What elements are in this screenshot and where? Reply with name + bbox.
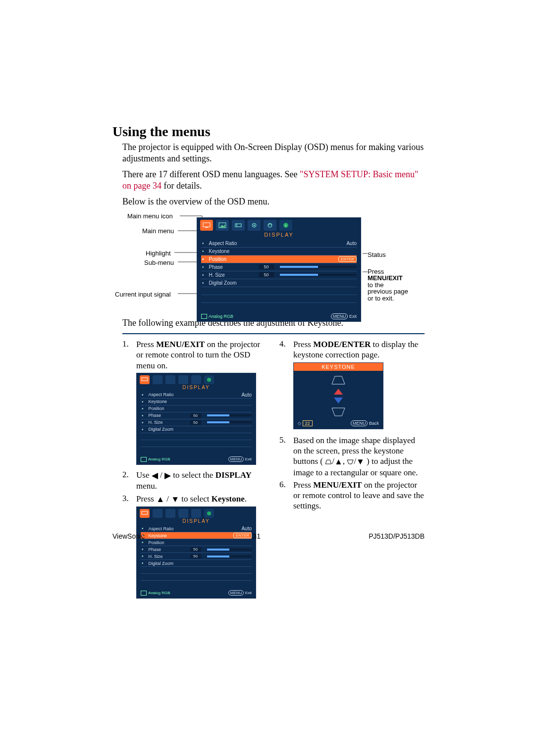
up-arrow-icon[interactable] bbox=[334, 389, 343, 395]
keystone-wide-bottom-icon bbox=[325, 459, 332, 464]
step-6: 6. Press MENU/EXIT on the projector or r… bbox=[279, 480, 425, 511]
osd-tab-setup1-icon[interactable] bbox=[178, 375, 188, 384]
keystone-correction-pane: KEYSTONE ◇ 22 MENU Back bbox=[293, 362, 383, 429]
down-arrow-icon[interactable] bbox=[334, 398, 343, 403]
paragraph-intro: The projector is equipped with On-Screen… bbox=[122, 142, 425, 164]
osd-item-label: H. Size bbox=[209, 272, 256, 278]
osd-item-label: Keystone bbox=[209, 249, 256, 254]
paragraph-overview: Below is the overview of the OSD menu. bbox=[122, 196, 425, 207]
step-number: 1. bbox=[122, 339, 131, 371]
svg-rect-8 bbox=[203, 223, 210, 227]
keystone-wide-bottom-icon bbox=[331, 375, 346, 386]
osd-tab-setup1-icon[interactable] bbox=[178, 509, 188, 518]
osd-tab-picture-icon[interactable] bbox=[153, 509, 162, 518]
osd-menu-name: DISPLAY bbox=[197, 231, 361, 240]
up-arrow-icon: ▲ bbox=[156, 494, 164, 504]
osd-menu-name: DISPLAY bbox=[137, 384, 256, 392]
osd-step1: DISPLAY Aspect RatioAuto Keystone Positi… bbox=[136, 373, 256, 465]
svg-marker-24 bbox=[334, 389, 343, 395]
text: for details. bbox=[161, 181, 202, 191]
osd-tab-source-icon[interactable] bbox=[165, 509, 175, 518]
osd-slider bbox=[280, 274, 357, 276]
svg-point-15 bbox=[254, 224, 255, 226]
osd-row-digital-zoom[interactable]: Digital Zoom bbox=[201, 279, 357, 287]
keystone-wide-top-icon bbox=[347, 459, 354, 464]
step-3: 3. Press ▲ / ▼ to select Keystone. bbox=[122, 494, 268, 505]
svg-text:i: i bbox=[285, 223, 286, 228]
heading: Using the menus bbox=[112, 124, 425, 140]
keystone-title: KEYSTONE bbox=[294, 363, 383, 371]
step-number: 4. bbox=[279, 339, 288, 360]
osd-item-label: Digital Zoom bbox=[209, 280, 256, 286]
osd-tab-picture-icon[interactable] bbox=[216, 220, 229, 231]
osd-item-label: Aspect Ratio bbox=[209, 241, 256, 246]
osd-source: Analog RGB bbox=[201, 314, 233, 319]
step-2: 2. Use ◀ / ▶ to select the DISPLAY menu. bbox=[122, 470, 268, 492]
source-icon bbox=[201, 314, 207, 319]
osd-item-value: 50 bbox=[259, 272, 274, 277]
svg-marker-23 bbox=[332, 376, 345, 384]
osd-menu-name: DISPLAY bbox=[137, 518, 256, 525]
osd-tab-source-icon[interactable] bbox=[165, 375, 175, 384]
svg-marker-26 bbox=[332, 408, 345, 416]
osd-enter-badge: ENTER bbox=[338, 256, 357, 262]
osd-row-hsize[interactable]: H. Size50 bbox=[201, 271, 357, 279]
osd-item-label: Position bbox=[209, 256, 256, 262]
osd-tab-picture-icon[interactable] bbox=[153, 375, 162, 384]
osd-tabbar: i bbox=[197, 218, 361, 231]
step-number: 2. bbox=[122, 470, 131, 492]
step-1: 1. Press MENU/EXIT on the projector or r… bbox=[122, 339, 268, 371]
step-4: 4. Press MODE/ENTER to display the keyst… bbox=[279, 339, 425, 360]
svg-marker-28 bbox=[347, 460, 353, 464]
keystone-wide-top-icon bbox=[331, 406, 346, 417]
svg-marker-11 bbox=[220, 224, 225, 227]
osd-row-phase[interactable]: Phase50 bbox=[201, 263, 357, 271]
svg-rect-12 bbox=[235, 224, 241, 227]
osd-tab-setup2-icon[interactable] bbox=[264, 220, 276, 231]
svg-rect-19 bbox=[142, 378, 148, 381]
step-number: 3. bbox=[122, 494, 131, 505]
right-arrow-icon: ▶ bbox=[164, 470, 171, 481]
osd-item-value: Auto bbox=[346, 241, 357, 246]
step-number: 6. bbox=[279, 480, 288, 511]
svg-marker-27 bbox=[325, 460, 331, 464]
osd-tab-info-icon[interactable] bbox=[204, 375, 214, 384]
svg-rect-9 bbox=[205, 227, 208, 228]
footer-page-number: 31 bbox=[253, 532, 261, 540]
page-footer: ViewSonic 31 PJ513D/PJ513DB bbox=[112, 532, 425, 540]
down-arrow-icon: ▼ bbox=[171, 494, 179, 504]
svg-point-22 bbox=[207, 511, 211, 515]
text: There are 17 different OSD menu language… bbox=[122, 169, 300, 179]
osd-tab-info-icon[interactable]: i bbox=[279, 220, 292, 231]
svg-rect-21 bbox=[142, 511, 148, 514]
osd-item-value: 50 bbox=[259, 264, 274, 269]
left-arrow-icon: ◀ bbox=[152, 470, 158, 481]
osd-step3: DISPLAY Aspect RatioAuto KeystoneENTER P… bbox=[136, 506, 256, 599]
step-number: 5. bbox=[279, 435, 288, 478]
osd-tab-setup2-icon[interactable] bbox=[191, 509, 201, 518]
osd-tab-setup2-icon[interactable] bbox=[191, 375, 201, 384]
osd-row-aspect-ratio[interactable]: Aspect RatioAuto bbox=[201, 240, 357, 248]
osd-row-keystone[interactable]: Keystone bbox=[201, 248, 357, 255]
up-arrow-icon: ▲ bbox=[334, 456, 343, 467]
osd-item-label: Phase bbox=[209, 264, 256, 270]
keystone-back[interactable]: MENU Back bbox=[351, 421, 379, 426]
down-arrow-icon: ▼ bbox=[356, 456, 365, 467]
svg-point-20 bbox=[207, 378, 211, 382]
footer-model: PJ513D/PJ513DB bbox=[369, 532, 425, 540]
osd-tab-setup1-icon[interactable] bbox=[248, 220, 261, 231]
svg-marker-25 bbox=[334, 398, 343, 403]
osd-exit[interactable]: MENU Exit bbox=[331, 314, 357, 319]
osd-tab-display-icon[interactable] bbox=[140, 509, 150, 518]
osd-tab-display-icon[interactable] bbox=[200, 220, 213, 231]
osd-row-position[interactable]: PositionENTER bbox=[201, 255, 357, 263]
osd-diagram-annotated: Main menu icon Main menu Highlight Sub-m… bbox=[122, 212, 425, 311]
osd-slider bbox=[280, 266, 357, 268]
section-divider bbox=[122, 333, 425, 334]
osd-tab-info-icon[interactable] bbox=[204, 509, 214, 518]
osd-annotated: i DISPLAY Aspect RatioAuto Keystone Posi… bbox=[197, 217, 361, 322]
footer-brand: ViewSonic bbox=[112, 532, 145, 540]
osd-tab-display-icon[interactable] bbox=[140, 375, 150, 384]
osd-tab-source-icon[interactable] bbox=[232, 220, 245, 231]
keystone-value: ◇ 22 bbox=[298, 421, 313, 426]
